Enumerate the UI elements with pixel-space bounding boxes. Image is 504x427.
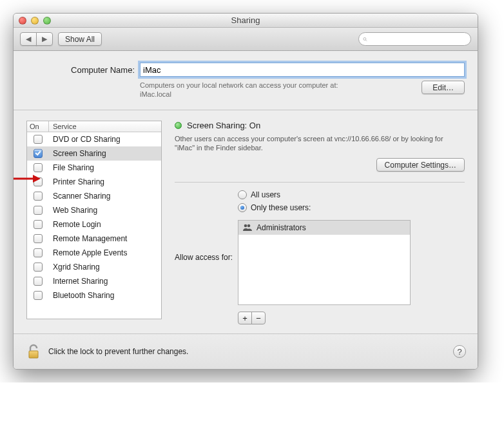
service-name-label: Screen Sharing [49,149,161,158]
service-checkbox[interactable] [34,234,43,243]
service-name-label: Remote Management [49,234,161,243]
service-checkbox[interactable] [34,248,43,257]
services-header-service: Service [49,121,161,132]
access-all-users-option[interactable]: All users [238,190,411,199]
services-header-on: On [27,121,49,132]
chevron-left-icon: ◀ [26,35,31,43]
svg-point-2 [363,37,366,40]
service-name-label: File Sharing [49,163,161,172]
computer-name-section: Computer Name: Computers on your local n… [14,51,478,110]
preferences-window: Sharing ◀ ▶ Show All Computer Name: Comp… [13,13,478,370]
users-list[interactable]: Administrators [238,220,411,305]
service-name-label: Internet Sharing [49,277,161,286]
status-title: Screen Sharing: On [187,121,260,130]
services-header: On Service [27,121,161,132]
service-checkbox[interactable] [34,135,43,144]
svg-line-3 [365,39,367,41]
access-only-users-option[interactable]: Only these users: [238,203,411,212]
window-title: Sharing [14,15,478,25]
user-row[interactable]: Administrators [238,221,410,235]
service-checkbox[interactable] [34,163,43,172]
service-row[interactable]: Web Sharing [27,203,161,217]
computer-settings-button[interactable]: Computer Settings… [376,158,465,172]
services-list: On Service DVD or CD SharingScreen Shari… [26,121,162,319]
service-checkbox[interactable] [34,192,43,201]
service-checkbox[interactable] [34,263,43,272]
access-only-label: Only these users: [251,203,311,212]
search-input[interactable] [370,35,467,44]
radio-icon [238,190,247,199]
nav-segment: ◀ ▶ [20,32,53,46]
service-row[interactable]: Remote Login [27,217,161,232]
service-row[interactable]: Internet Sharing [27,274,161,288]
service-row[interactable]: Xgrid Sharing [27,260,161,274]
service-detail: Screen Sharing: On Other users can acces… [175,121,465,325]
service-name-label: Scanner Sharing [49,192,161,201]
status-dot-icon [175,122,182,129]
radio-icon [238,203,247,212]
service-row[interactable]: Bluetooth Sharing [27,288,161,303]
add-user-button[interactable]: + [238,312,252,324]
forward-button[interactable]: ▶ [36,32,53,46]
service-name-label: Remote Apple Events [49,248,161,257]
divider [175,182,465,183]
service-checkbox[interactable] [34,220,43,229]
help-button[interactable]: ? [453,345,466,358]
lock-hint: Click the lock to prevent further change… [48,347,188,356]
access-all-label: All users [251,190,280,199]
service-name-label: DVD or CD Sharing [49,135,161,144]
service-row[interactable]: File Sharing [27,161,161,175]
show-all-button[interactable]: Show All [58,32,102,46]
svg-point-5 [247,224,251,227]
service-checkbox[interactable] [34,277,43,286]
footer: Click the lock to prevent further change… [14,334,478,369]
annotation-arrow [13,173,41,186]
search-icon [363,35,367,43]
computer-name-hint: Computers on your local network can acce… [140,81,416,99]
group-icon [242,223,253,233]
remove-user-button[interactable]: − [251,312,266,324]
service-checkbox[interactable] [34,149,43,158]
computer-name-label: Computer Name: [26,65,135,75]
svg-point-4 [244,224,247,227]
service-row[interactable]: DVD or CD Sharing [27,132,161,146]
service-row[interactable]: Remote Apple Events [27,246,161,260]
service-name-label: Printer Sharing [49,177,161,186]
service-name-label: Bluetooth Sharing [49,291,161,300]
service-row[interactable]: Remote Management [27,232,161,246]
chevron-right-icon: ▶ [42,35,47,43]
computer-name-input[interactable] [140,63,465,77]
service-name-label: Web Sharing [49,206,161,215]
titlebar: Sharing [14,14,478,28]
service-checkbox[interactable] [34,291,43,300]
access-label: Allow access for: [175,253,233,262]
status-description: Other users can access your computer's s… [175,134,465,154]
service-row[interactable]: Screen Sharing [27,146,161,161]
service-checkbox[interactable] [34,206,43,215]
edit-hostname-button[interactable]: Edit… [422,81,465,94]
svg-rect-6 [29,351,38,358]
user-label: Administrators [257,223,306,232]
toolbar: ◀ ▶ Show All [14,28,478,51]
service-name-label: Remote Login [49,220,161,229]
service-name-label: Xgrid Sharing [49,263,161,272]
lock-icon[interactable] [25,343,42,360]
svg-marker-1 [33,175,41,183]
back-button[interactable]: ◀ [20,32,37,46]
search-field[interactable] [358,32,471,46]
service-row[interactable]: Scanner Sharing [27,189,161,203]
service-row[interactable]: Printer Sharing [27,175,161,189]
